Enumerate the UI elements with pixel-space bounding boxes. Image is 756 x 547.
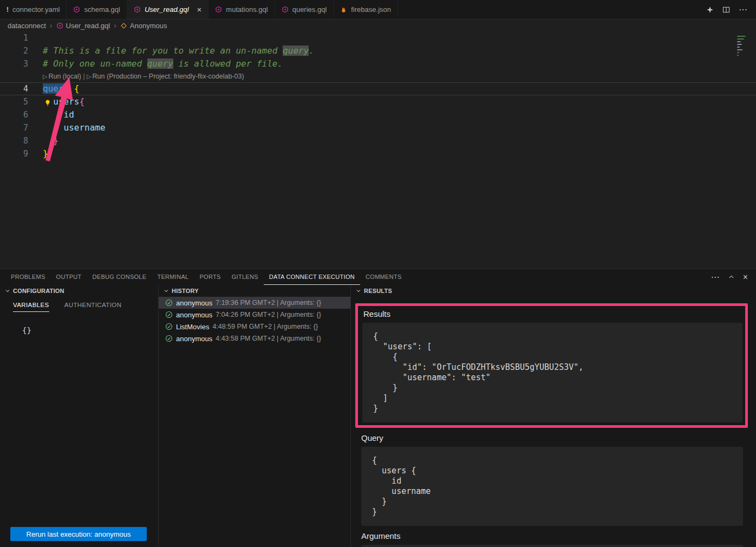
codelens-run-production[interactable]: Run (Production – Project: friendly-flix… <box>93 73 244 80</box>
panel-tab-debug-console[interactable]: DEBUG CONSOLE <box>87 269 152 285</box>
line-content: username <box>36 121 106 134</box>
minimap[interactable] <box>737 34 749 57</box>
history-item[interactable]: anonymous7:04:26 PM GMT+2 | Arguments: {… <box>159 309 350 321</box>
minimap-mark <box>737 47 740 48</box>
breadcrumb-item-anonymous[interactable]: Anonymous <box>120 22 167 30</box>
variables-value: {} <box>22 326 158 335</box>
symbol-icon <box>120 22 127 29</box>
code-token: { <box>79 96 84 107</box>
history-item[interactable]: anonymous7:19:36 PM GMT+2 | Arguments: {… <box>159 297 350 309</box>
panel-tab-gitlens[interactable]: GITLENS <box>226 269 264 285</box>
bottom-panel: PROBLEMSOUTPUTDEBUG CONSOLETERMINALPORTS… <box>0 269 756 547</box>
minimap-mark <box>737 49 742 50</box>
tab-connector.yaml[interactable]: !connector.yaml <box>0 0 67 19</box>
code-token: query <box>147 58 173 69</box>
line-number: 2 <box>0 44 36 57</box>
code-token: users <box>53 96 79 107</box>
code-block-query[interactable]: { users { id username } } <box>361 447 743 526</box>
history-name: anonymous <box>176 335 212 343</box>
editor-line-4[interactable]: 4query { <box>0 82 756 95</box>
results-label-query: Query <box>361 433 743 442</box>
breadcrumb-label: Anonymous <box>130 22 167 30</box>
breadcrumb-label: dataconnect <box>8 22 46 30</box>
editor-line-6[interactable]: 6 id <box>0 108 756 121</box>
check-circle-icon <box>165 335 173 342</box>
close-tab-icon[interactable]: × <box>197 5 202 14</box>
breadcrumb-item-user_read.gql[interactable]: User_read.gql <box>56 22 110 30</box>
more-icon[interactable]: ⋯ <box>711 273 720 282</box>
tab-schema.gql[interactable]: schema.gql <box>67 0 127 19</box>
config-tab-variables[interactable]: VARIABLES <box>13 302 49 312</box>
firebase-icon <box>340 6 347 13</box>
editor-line-3[interactable]: 3# Only one un-named query is allowed pe… <box>0 57 756 70</box>
yaml-icon: ! <box>6 6 9 14</box>
line-number: 3 <box>0 57 36 70</box>
panel-tab-problems[interactable]: PROBLEMS <box>5 269 51 285</box>
code-token: query <box>43 83 69 94</box>
breadcrumb-label: User_read.gql <box>66 22 110 30</box>
code-token <box>43 109 64 120</box>
copilot-sparkle-icon[interactable] <box>706 6 714 14</box>
editor-line-7[interactable]: 7 username <box>0 121 756 134</box>
panel-tab-output[interactable]: OUTPUT <box>51 269 87 285</box>
tab-queries.gql[interactable]: queries.gql <box>275 0 334 19</box>
chevron-down-icon <box>163 288 170 294</box>
config-tab-authentication[interactable]: AUTHENTICATION <box>64 302 122 312</box>
history-item[interactable]: anonymous4:43:58 PM GMT+2 | Arguments: {… <box>159 333 350 344</box>
configuration-title: CONFIGURATION <box>13 288 64 294</box>
minimap-mark <box>737 38 744 40</box>
editor-line-1[interactable]: 1 <box>0 31 756 44</box>
chevron-down-icon <box>355 288 362 294</box>
code-token <box>69 83 74 94</box>
close-icon[interactable]: × <box>743 273 748 282</box>
editor-line-8[interactable]: 8 } <box>0 134 756 147</box>
history-item[interactable]: ListMovies4:48:59 PM GMT+2 | Arguments: … <box>159 321 350 333</box>
panel-tab-ports[interactable]: PORTS <box>194 269 226 285</box>
configuration-tabs: VARIABLESAUTHENTICATION <box>0 297 158 312</box>
line-number: 8 <box>0 134 36 147</box>
code-token: # Only one un-named <box>43 58 147 69</box>
editor-line-9[interactable]: 9} <box>0 147 756 160</box>
minimap-mark <box>737 41 741 42</box>
code-block-arguments[interactable]: {} <box>361 545 743 547</box>
history-header[interactable]: HISTORY <box>159 285 350 297</box>
minimap-mark <box>737 52 739 53</box>
code-token: . <box>309 45 314 56</box>
code-token: { <box>74 83 80 94</box>
vscode-window: !connector.yamlschema.gqlUser_read.gql×m… <box>0 0 756 547</box>
line-content: } <box>36 134 58 147</box>
line-content: } <box>36 147 48 160</box>
line-number: 1 <box>0 31 36 44</box>
configuration-header[interactable]: CONFIGURATION <box>0 285 158 297</box>
breadcrumb-item-dataconnect[interactable]: dataconnect <box>8 22 46 30</box>
graphql-icon <box>215 6 222 13</box>
tab-firebase.json[interactable]: firebase.json <box>334 0 398 19</box>
line-content: id <box>36 108 74 121</box>
editor-line-2[interactable]: 2# This is a file for you to write an un… <box>0 44 756 57</box>
editor-tab-bar: !connector.yamlschema.gqlUser_read.gql×m… <box>0 0 756 19</box>
editor-line-5[interactable]: 5 users{ <box>0 95 756 108</box>
panel-tab-comments[interactable]: COMMENTS <box>360 269 407 285</box>
more-actions-icon[interactable]: ⋯ <box>739 5 747 14</box>
history-list: anonymous7:19:36 PM GMT+2 | Arguments: {… <box>159 297 350 344</box>
graphql-icon <box>73 6 80 13</box>
play-icon: ▷ <box>43 73 47 80</box>
panel-tab-data-connect-execution[interactable]: DATA CONNECT EXECUTION <box>264 269 360 285</box>
tab-mutations.gql[interactable]: mutations.gql <box>208 0 275 19</box>
history-name: anonymous <box>176 311 212 319</box>
tab-User_read.gql[interactable]: User_read.gql× <box>127 0 208 19</box>
chevron-down-icon <box>4 288 11 294</box>
line-number: 6 <box>0 108 36 121</box>
results-header[interactable]: RESULTS <box>351 285 756 297</box>
chevron-up-icon[interactable] <box>728 274 735 281</box>
code-token: query <box>283 45 309 56</box>
code-token: id <box>64 109 74 120</box>
code-editor[interactable]: 12# This is a file for you to write an u… <box>0 31 756 269</box>
panel-tab-terminal[interactable]: TERMINAL <box>152 269 194 285</box>
code-block-results[interactable]: { "users": [ { "id": "OrTucFODZHTksvBSBU… <box>362 323 742 422</box>
tab-label: queries.gql <box>292 5 327 14</box>
rerun-button[interactable]: Rerun last execution: anonymous <box>10 527 147 541</box>
code-token <box>43 135 53 146</box>
codelens-run-local[interactable]: Run (local) <box>48 73 81 80</box>
split-editor-icon[interactable] <box>722 6 730 14</box>
